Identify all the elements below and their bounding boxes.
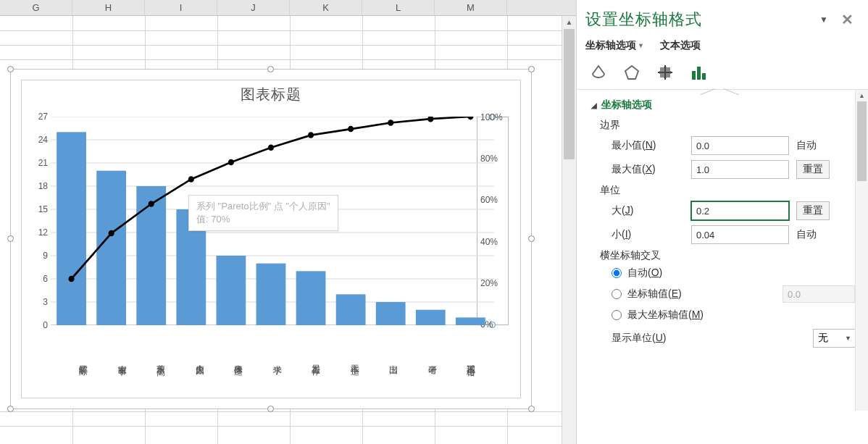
svg-rect-17 (336, 294, 366, 325)
resize-handle[interactable] (7, 406, 14, 412)
min-auto[interactable]: 自动 (796, 139, 825, 152)
x-label: 出国 (361, 325, 399, 390)
svg-point-25 (228, 159, 234, 166)
min-label: 最小值(N) (612, 139, 684, 152)
resize-handle[interactable] (528, 235, 535, 242)
chart-inner-area[interactable]: 图表标题 27 24 21 18 15 12 9 6 3 0 (21, 80, 521, 398)
chart-object[interactable]: 图表标题 27 24 21 18 15 12 9 6 3 0 (10, 69, 532, 409)
group-units: 单位 (600, 184, 859, 197)
ytick: 3 (43, 297, 48, 307)
svg-point-24 (188, 176, 194, 183)
svg-rect-15 (256, 264, 286, 325)
effects-icon[interactable] (620, 61, 643, 84)
scroll-thumb[interactable] (564, 29, 575, 159)
x-label: 家中有事 (89, 325, 128, 390)
svg-point-28 (348, 126, 354, 133)
resize-handle[interactable] (7, 66, 14, 72)
svg-rect-16 (296, 271, 326, 325)
svg-marker-38 (664, 65, 667, 67)
ytick: 15 (38, 204, 48, 214)
size-properties-icon[interactable] (654, 61, 677, 84)
pane-dropdown-icon[interactable]: ▼ (819, 14, 828, 25)
ytick: 21 (38, 158, 48, 168)
chart-title[interactable]: 图表标题 (22, 80, 520, 104)
svg-rect-19 (416, 310, 446, 325)
crosses-auto-label[interactable]: 自动(O) (627, 267, 662, 280)
scroll-thumb[interactable] (857, 101, 867, 181)
svg-rect-10 (57, 132, 86, 325)
col-header-H[interactable]: H (72, 0, 145, 15)
ytick: 0 (43, 320, 48, 330)
tab-label: 坐标轴选项 (585, 39, 636, 52)
resize-handle[interactable] (267, 66, 274, 72)
display-units-select[interactable]: 无 ▼ (813, 329, 856, 348)
ytick: 27 (38, 112, 48, 122)
svg-marker-36 (658, 71, 660, 74)
format-axis-pane: 设置坐标轴格式 ▼ ✕ 坐标轴选项 ▼ 文本选项 (576, 0, 868, 444)
max-reset-button[interactable]: 重置 (796, 160, 830, 179)
fill-line-icon[interactable] (587, 61, 610, 84)
col-header-M[interactable]: M (435, 0, 507, 15)
axis-options-icon[interactable] (687, 61, 710, 84)
pane-scrollbar[interactable]: ▲ (855, 90, 868, 411)
y-axis-left[interactable]: 27 24 21 18 15 12 9 6 3 0 (28, 117, 51, 325)
col-header-G[interactable]: G (0, 0, 72, 15)
x-label: 试用不合格 (438, 325, 477, 390)
pane-category-icons (577, 55, 868, 90)
svg-marker-37 (670, 71, 672, 74)
tab-text-options[interactable]: 文本选项 (660, 39, 701, 52)
vertical-scrollbar[interactable]: ▲ (562, 16, 576, 444)
resize-handle[interactable] (528, 66, 535, 72)
crosses-value-radio[interactable] (612, 289, 622, 299)
col-header-I[interactable]: I (145, 0, 217, 15)
scroll-up-arrow[interactable]: ▲ (856, 90, 868, 101)
resize-handle[interactable] (7, 235, 14, 242)
svg-rect-18 (376, 302, 406, 325)
select-value: 无 (818, 332, 828, 345)
svg-marker-32 (625, 66, 638, 79)
major-unit-input[interactable] (691, 201, 789, 220)
crosses-value-label[interactable]: 坐标轴值(E) (627, 288, 682, 301)
crosses-max-radio[interactable] (612, 310, 622, 320)
tab-axis-options[interactable]: 坐标轴选项 ▼ (585, 39, 644, 52)
section-title: 坐标轴选项 (601, 99, 652, 112)
crosses-value-input (783, 285, 855, 303)
minor-auto[interactable]: 自动 (796, 228, 825, 241)
tab-label: 文本选项 (660, 39, 701, 52)
svg-point-29 (388, 120, 393, 126)
svg-rect-41 (697, 67, 701, 80)
min-input[interactable] (691, 136, 789, 155)
svg-rect-14 (216, 256, 246, 325)
minor-unit-input[interactable] (691, 225, 789, 244)
x-axis[interactable]: 旷工解除 家中有事 薪水不高 个人原因 身体不适 求学 另有工作 工作不适 出国… (51, 325, 477, 390)
group-crosses: 横坐标轴交叉 (600, 249, 859, 262)
display-units-label: 显示单位(U) (612, 332, 666, 345)
x-label: 身体不适 (206, 325, 244, 390)
svg-point-30 (427, 117, 433, 122)
crosses-max-label[interactable]: 最大坐标轴值(M) (627, 309, 704, 322)
svg-rect-42 (702, 73, 706, 80)
svg-rect-20 (456, 317, 485, 325)
svg-rect-40 (692, 71, 696, 80)
svg-point-27 (308, 132, 314, 138)
svg-point-21 (68, 276, 74, 282)
col-header-L[interactable]: L (362, 0, 435, 15)
x-label: 工作不适 (322, 325, 360, 390)
major-reset-button[interactable]: 重置 (796, 201, 830, 220)
column-headers: G H I J K L M (0, 0, 576, 16)
crosses-auto-radio[interactable] (612, 268, 622, 278)
tooltip-line: 系列 "Pareto比例" 点 "个人原因" (196, 200, 330, 213)
col-header-K[interactable]: K (290, 0, 362, 15)
section-axis-options[interactable]: ◢ 坐标轴选项 (591, 99, 859, 112)
resize-handle[interactable] (528, 406, 535, 412)
col-header-J[interactable]: J (217, 0, 290, 15)
ytick: 12 (38, 227, 48, 238)
svg-point-31 (467, 117, 473, 120)
x-label: 另有工作 (283, 325, 322, 390)
group-bounds: 边界 (600, 119, 859, 132)
max-input[interactable] (691, 160, 789, 179)
x-label: 薪水不高 (128, 325, 167, 390)
scroll-up-arrow[interactable]: ▲ (562, 16, 576, 29)
close-icon[interactable]: ✕ (841, 11, 854, 28)
resize-handle[interactable] (267, 406, 274, 412)
